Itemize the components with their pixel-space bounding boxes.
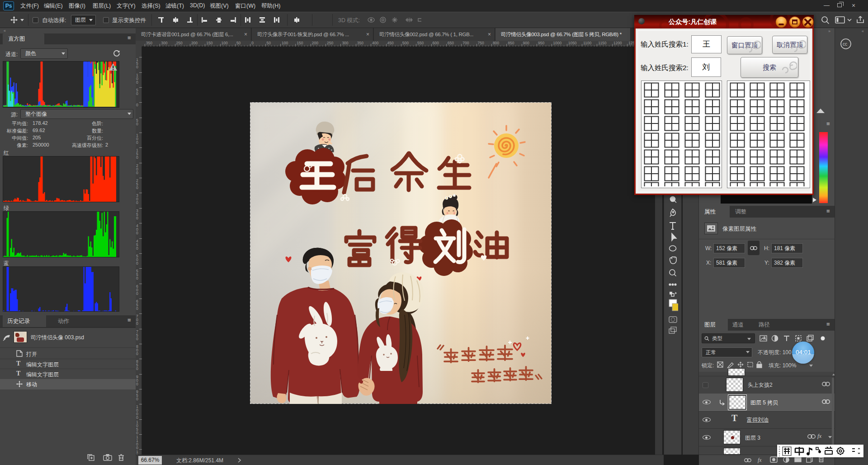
svg-text:fx: fx <box>758 457 762 463</box>
svg-text:cc: cc <box>843 42 847 47</box>
